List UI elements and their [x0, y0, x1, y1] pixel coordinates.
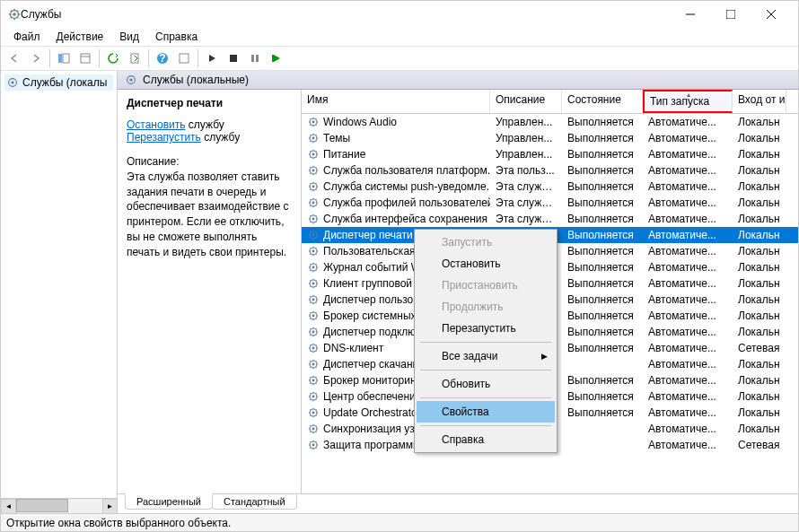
service-desc: Эта служб...: [490, 196, 562, 210]
svg-rect-13: [180, 54, 189, 63]
service-logon: Локальн: [733, 115, 786, 129]
svg-point-51: [312, 347, 315, 350]
minimize-button[interactable]: [670, 1, 710, 28]
svg-point-43: [312, 283, 315, 285]
service-row[interactable]: Служба системы push-уведомле...Эта служб…: [302, 179, 798, 195]
service-name: DNS-клиент: [323, 342, 383, 354]
tree-scrollbar[interactable]: ◄ ►: [1, 498, 118, 513]
svg-point-49: [312, 331, 315, 334]
svg-point-33: [312, 202, 315, 205]
svg-text:?: ?: [159, 52, 165, 65]
stop-button[interactable]: [224, 48, 243, 68]
ctx-all-tasks[interactable]: Все задачи▶: [417, 345, 555, 367]
service-icon: [307, 277, 320, 290]
service-startup: Автоматиче...: [643, 115, 733, 129]
service-startup: Автоматиче...: [643, 341, 733, 355]
pause-button[interactable]: [245, 48, 265, 68]
service-state: Выполняется: [562, 260, 643, 275]
service-state: Выполняется: [562, 325, 643, 339]
detail-title: Диспетчер печати: [127, 97, 292, 109]
scroll-right-button[interactable]: ►: [102, 499, 118, 513]
ctx-separator: [420, 397, 551, 398]
ctx-refresh[interactable]: Обновить: [417, 373, 555, 395]
menu-file[interactable]: Файл: [6, 29, 48, 45]
services-icon: [125, 74, 137, 86]
close-button[interactable]: [751, 1, 791, 28]
menu-help[interactable]: Справка: [148, 29, 205, 45]
svg-rect-15: [251, 55, 254, 62]
service-name: Диспетчер пользо: [323, 293, 413, 306]
service-startup: Автоматиче...: [643, 422, 733, 436]
col-logon[interactable]: Вход от и: [733, 90, 786, 113]
service-name: Брокер системных: [323, 310, 417, 322]
service-row[interactable]: Служба профилей пользователейЭта служб..…: [302, 195, 798, 211]
service-row[interactable]: Служба пользователя платформ...Эта польз…: [302, 162, 798, 179]
col-desc[interactable]: Описание: [490, 90, 562, 113]
col-startup-type[interactable]: ▴Тип запуска: [643, 90, 733, 113]
service-startup: Автоматиче...: [643, 389, 733, 404]
service-state: Выполняется: [562, 244, 643, 258]
service-startup: Автоматиче...: [643, 276, 733, 291]
service-state: [562, 444, 643, 446]
services-list: Имя Описание Состояние ▴Тип запуска Вход…: [302, 90, 798, 493]
service-state: Выполняется: [562, 406, 643, 420]
col-state[interactable]: Состояние: [562, 90, 643, 113]
svg-rect-8: [81, 54, 90, 63]
svg-point-37: [312, 234, 315, 237]
service-row[interactable]: ПитаниеУправлен...ВыполняетсяАвтоматиче.…: [302, 146, 798, 162]
tab-extended[interactable]: Расширенный: [125, 493, 213, 510]
tab-standard[interactable]: Стандартный: [212, 494, 297, 510]
stop-link[interactable]: Остановить: [127, 118, 186, 131]
service-icon: [307, 229, 320, 241]
service-name: Диспетчер скачанн...: [323, 358, 427, 371]
svg-point-41: [312, 266, 315, 269]
service-state: Выполняется: [562, 115, 643, 129]
service-startup: Автоматиче...: [643, 292, 733, 307]
svg-point-59: [312, 412, 315, 414]
service-row[interactable]: ТемыУправлен...ВыполняетсяАвтоматиче...Л…: [302, 130, 798, 146]
ctx-help[interactable]: Справка: [417, 429, 555, 450]
ctx-restart[interactable]: Перезапустить: [417, 318, 555, 339]
ctx-stop[interactable]: Остановить: [417, 253, 555, 275]
back-button[interactable]: [4, 48, 24, 68]
menubar: Файл Действие Вид Справка: [1, 28, 798, 46]
properties-toolbar-button[interactable]: [75, 48, 95, 68]
export-button[interactable]: [125, 48, 145, 68]
service-name: Служба системы push-уведомле...: [323, 180, 490, 193]
play-button[interactable]: [202, 48, 222, 68]
service-desc: Управлен...: [490, 115, 562, 129]
service-name: Служба интерфейса сохранения ...: [323, 213, 490, 225]
ctx-properties[interactable]: Свойства: [417, 401, 555, 423]
chevron-right-icon: ▶: [541, 352, 548, 361]
col-name[interactable]: Имя: [302, 90, 490, 113]
maximize-button[interactable]: [710, 1, 751, 28]
service-state: Выполняется: [562, 179, 643, 194]
svg-point-27: [312, 153, 315, 156]
svg-rect-16: [256, 55, 259, 62]
ctx-separator: [420, 342, 551, 343]
refresh-button[interactable]: [103, 48, 123, 68]
show-hide-tree-button[interactable]: [54, 48, 74, 68]
service-icon: [307, 326, 320, 338]
service-logon: Локальн: [733, 422, 786, 436]
menu-action[interactable]: Действие: [49, 29, 111, 45]
service-row[interactable]: Служба интерфейса сохранения ...Эта служ…: [302, 211, 798, 227]
service-logon: Локальн: [733, 325, 786, 339]
service-state: Выполняется: [562, 309, 643, 323]
service-logon: Локальн: [733, 244, 786, 258]
help-button[interactable]: ?: [153, 48, 172, 68]
menu-view[interactable]: Вид: [112, 29, 146, 45]
service-startup: Автоматиче...: [643, 438, 733, 452]
forward-button[interactable]: [26, 48, 46, 68]
toolbar: ?: [1, 46, 798, 71]
tree-root[interactable]: Службы (локалы: [4, 74, 113, 91]
service-row[interactable]: Windows AudioУправлен...ВыполняетсяАвтом…: [302, 114, 798, 130]
svg-point-31: [312, 186, 315, 188]
restart-link[interactable]: Перезапустить: [127, 131, 201, 144]
service-desc: Эта служб...: [490, 212, 562, 226]
scroll-left-button[interactable]: ◄: [1, 499, 16, 513]
service-logon: Локальн: [733, 147, 786, 161]
restart-button[interactable]: [267, 48, 286, 68]
toolbar-button[interactable]: [174, 48, 194, 68]
service-startup: Автоматиче...: [643, 357, 733, 371]
